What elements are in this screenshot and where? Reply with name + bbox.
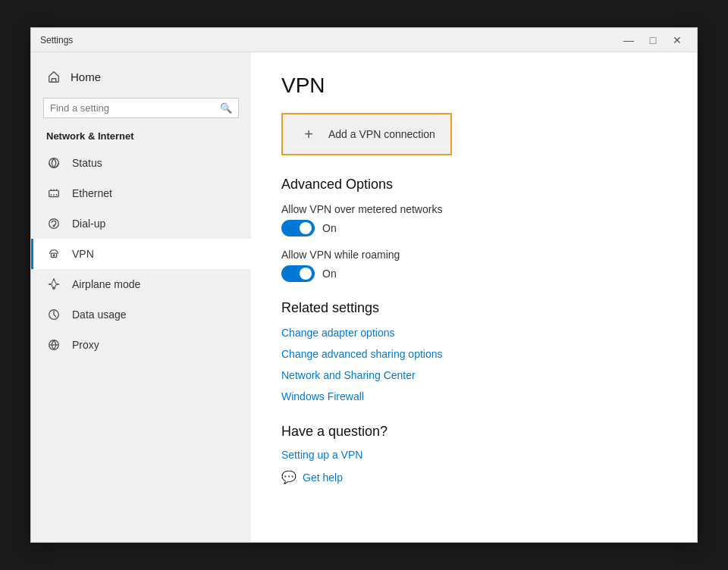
setting-up-vpn-link[interactable]: Setting up a VPN [281, 449, 667, 461]
add-vpn-label: Add a VPN connection [328, 128, 435, 140]
airplane-label: Airplane mode [72, 278, 140, 290]
plus-icon: + [298, 124, 319, 145]
settings-window: Settings — □ ✕ Home 🔍 Netwo [30, 27, 698, 543]
page-title: VPN [281, 74, 667, 98]
maximize-button[interactable]: □ [642, 32, 664, 49]
datausage-label: Data usage [72, 308, 127, 321]
main-content: VPN + Add a VPN connection Advanced Opti… [251, 52, 697, 542]
sidebar-item-ethernet[interactable]: Ethernet [31, 178, 251, 208]
content-area: Home 🔍 Network & Internet Status [31, 52, 697, 542]
minimize-button[interactable]: — [618, 32, 639, 49]
link-network-sharing-center[interactable]: Network and Sharing Center [281, 369, 667, 381]
datausage-icon [46, 307, 61, 322]
toggle-roaming: Allow VPN while roaming On [281, 249, 667, 282]
titlebar-title: Settings [40, 35, 73, 45]
status-label: Status [72, 157, 102, 169]
advanced-options-heading: Advanced Options [281, 177, 667, 193]
sidebar-item-datausage[interactable]: Data usage [31, 299, 251, 330]
toggle-roaming-label: Allow VPN while roaming [281, 249, 667, 261]
toggle-metered-state: On [322, 222, 337, 234]
link-change-sharing[interactable]: Change advanced sharing options [281, 348, 667, 360]
sidebar: Home 🔍 Network & Internet Status [31, 52, 251, 542]
toggle-metered-container: On [281, 220, 667, 236]
vpn-label: VPN [72, 248, 94, 260]
get-help-link[interactable]: 💬 Get help [281, 470, 667, 484]
toggle-roaming-state: On [322, 268, 337, 280]
home-label: Home [71, 70, 101, 83]
sidebar-home-link[interactable]: Home [31, 61, 251, 92]
sidebar-item-vpn[interactable]: VPN [31, 239, 251, 269]
toggle-roaming-switch[interactable] [281, 265, 315, 282]
svg-point-5 [53, 255, 55, 256]
sidebar-item-status[interactable]: Status [31, 148, 251, 178]
proxy-label: Proxy [72, 339, 99, 351]
sidebar-item-proxy[interactable]: Proxy [31, 330, 251, 360]
have-question-title: Have a question? [281, 424, 667, 440]
get-help-label: Get help [303, 471, 343, 484]
ethernet-label: Ethernet [72, 187, 112, 199]
related-settings-heading: Related settings [281, 300, 667, 316]
toggle-metered-networks: Allow VPN over metered networks On [281, 203, 667, 236]
toggle-metered-label: Allow VPN over metered networks [281, 203, 667, 215]
svg-point-3 [53, 225, 54, 226]
feedback-icon: 💬 [281, 470, 297, 484]
link-windows-firewall[interactable]: Windows Firewall [281, 390, 667, 402]
sidebar-item-dialup[interactable]: Dial-up [31, 208, 251, 239]
titlebar-controls: — □ ✕ [618, 32, 688, 49]
titlebar: Settings — □ ✕ [31, 28, 697, 52]
airplane-icon [46, 277, 61, 292]
sidebar-section-title: Network & Internet [31, 127, 251, 148]
related-settings-section: Related settings Change adapter options … [281, 300, 667, 402]
dialup-icon [46, 216, 61, 231]
search-icon: 🔍 [220, 102, 232, 114]
ethernet-icon [46, 186, 61, 201]
link-change-adapter[interactable]: Change adapter options [281, 327, 667, 339]
toggle-metered-switch[interactable] [281, 220, 315, 236]
sidebar-item-airplane[interactable]: Airplane mode [31, 269, 251, 299]
status-icon [46, 155, 61, 171]
search-box[interactable]: 🔍 [43, 98, 239, 118]
svg-rect-1 [49, 190, 59, 196]
close-button[interactable]: ✕ [667, 32, 688, 49]
toggle-roaming-container: On [281, 265, 667, 282]
vpn-icon [46, 246, 61, 262]
home-icon [46, 69, 61, 84]
proxy-icon [46, 337, 61, 352]
search-input[interactable] [50, 102, 215, 114]
have-question-section: Have a question? Setting up a VPN 💬 Get … [281, 424, 667, 484]
dialup-label: Dial-up [72, 218, 105, 230]
add-vpn-button[interactable]: + Add a VPN connection [281, 113, 452, 155]
